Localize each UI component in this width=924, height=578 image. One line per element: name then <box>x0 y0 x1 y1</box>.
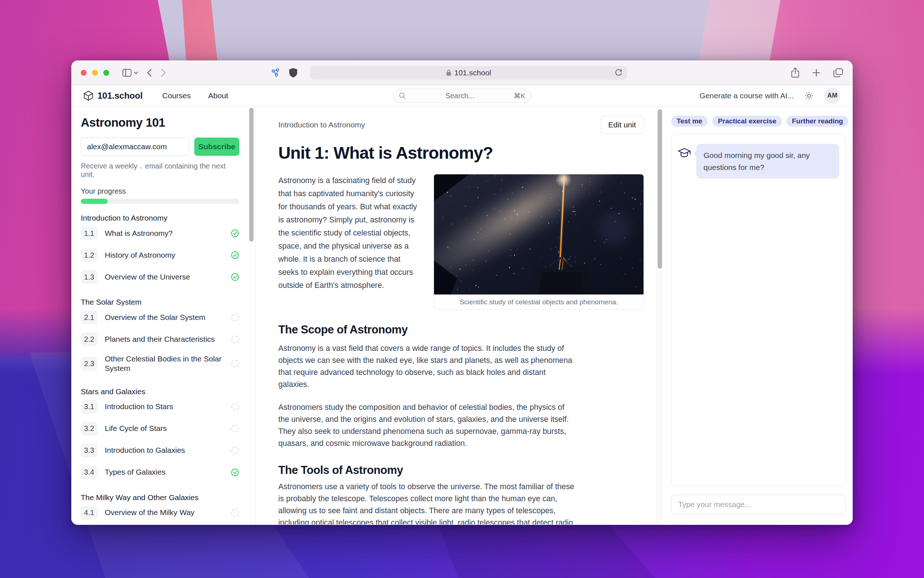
chip-test-me[interactable]: Test me <box>671 116 707 127</box>
pending-circle-icon <box>231 403 239 411</box>
sidebar-item-1-1[interactable]: 1.1 What is Astronomy? <box>81 222 239 244</box>
assistant-message: Good morning my good sir, any questions … <box>696 144 839 179</box>
sidebar-item-2-2[interactable]: 2.2 Planets and their Characteristics <box>81 328 239 350</box>
sidebar-item-2-3[interactable]: 2.3 Other Celestial Bodies in the Solar … <box>81 350 239 377</box>
section-title: The Solar System <box>81 298 239 307</box>
extension-graph-icon[interactable] <box>271 68 280 78</box>
cube-logo-icon <box>84 91 93 101</box>
tab-overview-icon[interactable] <box>833 68 843 78</box>
edit-unit-button[interactable]: Edit unit <box>600 116 644 134</box>
lock-icon <box>446 69 451 76</box>
chip-practical-exercise[interactable]: Practical exercise <box>712 116 782 127</box>
new-tab-icon[interactable] <box>812 68 821 77</box>
brand[interactable]: 101.school <box>84 91 142 101</box>
close-button[interactable] <box>81 70 87 76</box>
sidebar-item-3-2[interactable]: 3.2 Life Cycle of Stars <box>81 418 239 440</box>
chat-message-input[interactable] <box>671 495 845 514</box>
frequency-prefix: Receive a <box>81 162 113 170</box>
figure-caption: Scientific study of celestial objects an… <box>434 294 644 309</box>
sidebar-scrollbar[interactable] <box>249 108 254 242</box>
back-button[interactable] <box>147 68 152 77</box>
search-icon <box>399 92 406 99</box>
sidebar-toggle-icon[interactable] <box>122 69 138 77</box>
pending-circle-icon <box>231 446 239 455</box>
main-scrollbar-track <box>657 106 663 524</box>
chip-further-reading[interactable]: Further reading <box>786 116 848 127</box>
page-title: Unit 1: What is Astronomy? <box>278 143 663 163</box>
sidebar-item-1-2[interactable]: 1.2 History of Astronomy <box>81 244 239 266</box>
browser-window: 101.school <box>71 60 853 525</box>
breadcrumb: Introduction to Astronomy <box>278 120 365 129</box>
unit-image <box>434 174 644 294</box>
frequency-select[interactable]: weekly ⌄ <box>115 162 145 170</box>
site-header: 101.school Courses About Search... ⌘K Ge… <box>71 85 853 106</box>
nav-link-courses[interactable]: Courses <box>162 91 191 100</box>
progress-fill <box>81 199 108 204</box>
avatar[interactable]: AM <box>824 88 840 104</box>
pending-circle-icon <box>231 313 239 322</box>
section-heading-tools: The Tools of Astronomy <box>278 463 576 477</box>
check-circle-icon <box>231 229 239 238</box>
course-sidebar: Astronomy 101 Subscribe Receive a weekly… <box>71 106 256 524</box>
check-circle-icon <box>231 468 239 477</box>
browser-chrome: 101.school <box>71 60 853 85</box>
body-paragraph: Astronomers study the composition and be… <box>278 401 576 450</box>
desktop-background: 101.school <box>0 0 924 578</box>
sidebar-item-3-1[interactable]: 3.1 Introduction to Stars <box>81 396 239 418</box>
url-bar[interactable]: 101.school <box>310 66 627 80</box>
search-placeholder: Search... <box>406 92 514 100</box>
chevron-down-icon: ⌄ <box>138 164 143 170</box>
unit-figure: Scientific study of celestial objects an… <box>434 174 644 310</box>
sidebar-item-3-3[interactable]: 3.3 Introduction to Galaxies <box>81 440 239 461</box>
url-text: 101.school <box>455 68 492 77</box>
intro-paragraph: Astronomy is a fascinating field of stud… <box>278 174 421 310</box>
chevron-down-icon <box>134 71 138 74</box>
progress-label: Your progress <box>81 187 239 195</box>
section-title: The Milky Way and Other Galaxies <box>81 493 239 502</box>
chat-history: Good morning my good sir, any questions … <box>671 134 845 486</box>
sidebar-item-2-1[interactable]: 2.1 Overview of the Solar System <box>81 307 239 328</box>
body-paragraph: Astronomers use a variety of tools to ob… <box>278 481 576 524</box>
pending-circle-icon <box>231 424 239 433</box>
pending-circle-icon <box>231 335 239 344</box>
email-field[interactable] <box>81 138 189 156</box>
pending-circle-icon <box>231 508 239 517</box>
section-heading-scope: The Scope of Astronomy <box>278 323 576 337</box>
progress-bar <box>81 199 239 204</box>
graduation-cap-icon <box>677 148 691 160</box>
sidebar-item-4-1[interactable]: 4.1 Overview of the Milky Way <box>81 502 239 524</box>
brand-name: 101.school <box>97 91 142 101</box>
minimize-button[interactable] <box>92 70 98 76</box>
search-shortcut: ⌘K <box>514 92 525 100</box>
sidebar-item-4-2[interactable]: 4.2 Other Notable Galaxies <box>81 524 239 525</box>
theme-sun-icon[interactable] <box>805 91 813 100</box>
search-input[interactable]: Search... ⌘K <box>393 89 531 103</box>
reload-icon[interactable] <box>614 68 623 77</box>
fullscreen-button[interactable] <box>103 70 109 76</box>
course-title: Astronomy 101 <box>81 116 239 130</box>
pending-circle-icon <box>231 359 239 368</box>
main-scrollbar[interactable] <box>658 109 662 269</box>
section-title: Stars and Galaxies <box>81 387 239 396</box>
section-title: Introduction to Astronomy <box>81 214 239 222</box>
unit-content: Introduction to Astronomy Edit unit Unit… <box>256 106 663 524</box>
subscribe-button[interactable]: Subscribe <box>194 138 239 156</box>
sidebar-item-1-3[interactable]: 1.3 Overview of the Universe <box>81 266 239 288</box>
generate-course-link[interactable]: Generate a course with AI... <box>699 91 794 100</box>
assistant-panel: Test me Practical exercise Further readi… <box>663 106 853 524</box>
nav-link-about[interactable]: About <box>208 91 228 100</box>
sidebar-item-3-4[interactable]: 3.4 Types of Galaxies <box>81 461 239 483</box>
window-controls <box>81 70 109 76</box>
body-paragraph: Astronomy is a vast field that covers a … <box>278 343 576 391</box>
forward-button[interactable] <box>161 68 166 77</box>
check-circle-icon <box>231 273 239 281</box>
check-circle-icon <box>231 251 239 260</box>
share-icon[interactable] <box>791 67 799 78</box>
extension-shield-icon[interactable] <box>289 68 298 78</box>
